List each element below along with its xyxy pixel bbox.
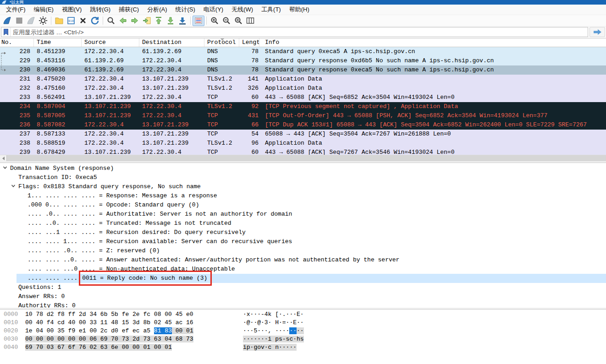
go-first-button[interactable] [153,16,165,26]
packet-row[interactable]: 2348.58700413.107.21.239172.22.30.4TLSv1… [0,102,606,111]
display-filter-input[interactable] [11,28,588,36]
packet-row[interactable]: 2398.67842913.107.21.239172.22.30.4TCP60… [0,148,606,155]
packet-length: 54 [239,130,259,139]
packet-destination: 13.107.21.239 [139,75,204,84]
detail-line[interactable]: .... .... ...0 .... = Non-authenticated … [0,265,606,274]
column-header-length[interactable]: Length [239,38,259,47]
detail-line[interactable]: .... .... .0.. .... = Z: reserved (0) [0,246,606,255]
conversation-marker [0,47,7,56]
go-last-button[interactable] [165,16,176,26]
expander-chevron-icon[interactable] [3,164,10,173]
hex-row[interactable]: 000010 78 d2 f8 ff 2d 34 6b 5b fe 2e fc … [0,310,606,319]
detail-line[interactable]: Domain Name System (response) [0,164,606,173]
packet-protocol: TCP [204,148,239,155]
reload-button[interactable] [89,16,101,26]
menu-item[interactable]: 分析(A) [143,4,171,15]
hex-row[interactable]: 004069 70 03 67 6f 76 02 63 6e 00 00 01 … [0,343,606,352]
open-file-icon [55,16,64,25]
detail-line[interactable]: .... .... 1... .... = Recursion availabl… [0,237,606,246]
menu-item[interactable]: 文件(F) [2,4,30,15]
detail-line[interactable]: .... .... ..0. .... = Answer authenticat… [0,255,606,265]
detail-line[interactable]: .... ..0. .... .... = Truncated: Message… [0,219,606,228]
packet-row[interactable]: 2308.46903661.139.2.69172.22.30.4DNS78St… [0,65,606,75]
column-header-info[interactable]: Info [259,38,606,47]
packet-source: 13.107.21.239 [82,93,139,102]
detail-line[interactable]: Flags: 0x8183 Standard query response, N… [0,182,606,191]
menu-item[interactable]: 统计(S) [171,4,199,15]
menu-item[interactable]: 编辑(E) [30,4,58,15]
detail-line[interactable]: Questions: 1 [0,283,606,292]
packet-length: 78 [239,65,259,75]
detail-line[interactable]: 1... .... .... .... = Response: Message … [0,191,606,201]
hex-row[interactable]: 003000 00 00 00 00 00 06 69 70 73 2d 73 … [0,335,606,343]
menu-item[interactable]: 跳转(G) [86,4,115,15]
detail-line[interactable]: .000 0... .... .... = Opcode: Standard q… [0,201,606,210]
scroll-left-button[interactable] [0,155,6,161]
packet-row[interactable]: 2318.475020172.22.30.413.107.21.239TLSv1… [0,75,606,84]
column-header-no[interactable]: No. [0,38,34,47]
menu-item[interactable]: 电话(Y) [199,4,227,15]
zoom-in-button[interactable] [209,16,220,26]
resize-columns-button[interactable] [244,16,256,26]
packet-protocol: TCP [204,93,239,102]
go-back-button[interactable] [117,16,129,26]
capture-options-button[interactable] [37,16,49,26]
column-header-source[interactable]: Source [82,38,139,47]
menu-item[interactable]: 工具(T) [257,4,285,15]
detail-line[interactable]: Answer RRs: 0 [0,292,606,301]
apply-filter-button[interactable] [589,27,605,37]
hex-bytes: 00 00 00 00 00 00 06 69 70 73 2d 73 63 0… [25,335,193,343]
packet-row[interactable]: 2338.56249113.107.21.239172.22.30.4TCP60… [0,93,606,102]
start-capture-icon [3,16,12,25]
packet-row[interactable]: 2358.58700513.107.21.239172.22.30.4TCP43… [0,111,606,120]
detail-line[interactable]: Transaction ID: 0xeca5 [0,173,606,182]
detail-line[interactable]: .... ...1 .... .... = Recursion desired:… [0,228,606,237]
packet-row[interactable]: 2368.587082172.22.30.413.107.21.239TCP66… [0,120,606,130]
packet-protocol: DNS [204,65,239,75]
packet-row[interactable]: 2388.588519172.22.30.413.107.21.239TLSv1… [0,139,606,148]
reload-icon [90,16,99,25]
close-file-button[interactable] [77,16,89,26]
packet-row[interactable]: 2298.45311661.139.2.69172.22.30.4DNS78St… [0,56,606,65]
detail-line[interactable]: .... .... ....0011 = Reply code: No such… [0,274,606,283]
packet-row[interactable]: 2378.587133172.22.30.413.107.21.239TCP54… [0,130,606,139]
detail-line[interactable]: .... .0.. .... .... = Authoritative: Ser… [0,210,606,219]
hex-row[interactable]: 001000 40 f4 cd 40 00 33 11 48 15 3d 8b … [0,319,606,327]
menu-item[interactable]: 帮助(H) [285,4,314,15]
go-forward-button[interactable] [129,16,141,26]
packet-info: 443 → 65088 [ACK] Seq=7267 Ack=3546 Win=… [259,148,606,155]
column-header-destination[interactable]: Destination [139,38,204,47]
detail-line-text: Flags: 0x8183 Standard query response, N… [18,183,201,190]
detail-line[interactable]: Authority RRs: 0 [0,301,606,308]
scrollbar-thumb[interactable] [6,155,606,161]
packet-row[interactable]: 2288.451239172.22.30.461.139.2.69DNS78St… [0,47,606,56]
go-to-packet-button[interactable] [141,16,153,26]
expander-chevron-icon[interactable] [11,182,18,191]
svg-text:010: 010 [68,19,74,23]
packet-list-hscrollbar[interactable] [0,155,606,161]
zoom-out-button[interactable] [220,16,232,26]
stop-capture-button[interactable] [13,16,25,26]
start-capture-button[interactable] [1,16,13,26]
column-header-time[interactable]: Time [34,38,82,47]
open-file-button[interactable] [53,16,65,26]
packet-time: 8.562491 [34,93,82,102]
menu-item[interactable]: 无线(W) [227,4,257,15]
restart-capture-button[interactable] [25,16,37,26]
column-header-protocol[interactable]: Protocol [204,38,239,47]
menu-item[interactable]: 视图(V) [58,4,86,15]
hex-row[interactable]: 00201e 04 00 35 f9 e1 00 2c d0 ef ec a5 … [0,327,606,335]
packet-protocol: DNS [204,56,239,65]
save-file-button[interactable]: 010 [65,16,77,26]
filter-bookmark-button[interactable] [1,27,11,37]
find-packet-button[interactable] [105,16,117,26]
auto-scroll-button[interactable] [176,16,188,26]
ascii-segment: ···5···, ···· [243,327,289,334]
zoom-normal-button[interactable] [232,16,244,26]
packet-row[interactable]: 2328.475160172.22.30.413.107.21.239TLSv1… [0,84,606,93]
menu-item[interactable]: 捕获(C) [115,4,143,15]
hex-bytes: 69 70 03 67 6f 76 02 63 6e 00 00 01 00 0… [25,343,172,352]
hex-bytes: 10 78 d2 f8 ff 2d 34 6b 5b fe 2e fc 08 0… [25,310,193,319]
packet-no: 228 [7,47,34,56]
colorize-button[interactable] [193,16,204,26]
